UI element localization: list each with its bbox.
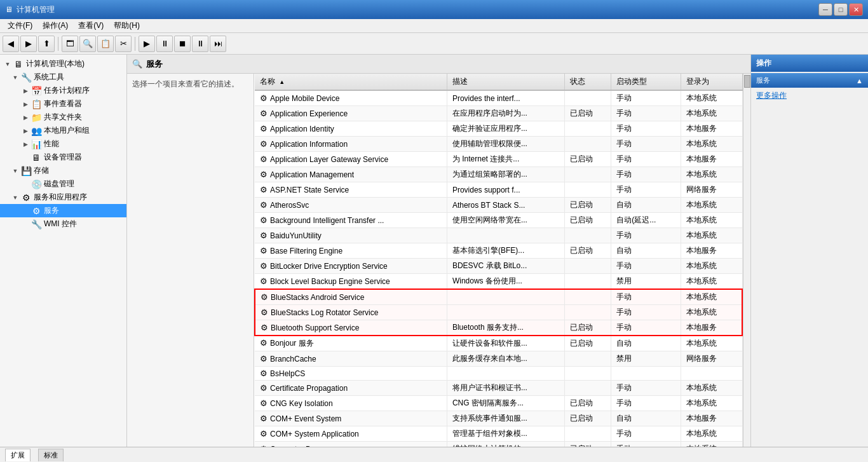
- menu-file[interactable]: 文件(F): [3, 19, 37, 32]
- status-tab-extended[interactable]: 扩展: [5, 449, 31, 461]
- up-button[interactable]: ⬆: [38, 36, 55, 52]
- status-tab-standard[interactable]: 标准: [38, 449, 64, 461]
- service-startup-cell: 自动(延迟...: [611, 213, 681, 228]
- sidebar-label-system-tools: 系统工具: [34, 72, 64, 83]
- sidebar-item-services-apps[interactable]: ▼ ⚙ 服务和应用程序: [0, 191, 126, 204]
- table-header-row: 名称 ▲ 描述 状态 启动类型 登录为: [255, 74, 742, 90]
- service-logon-cell: 本地服务: [681, 243, 742, 259]
- scrollbar-thumb[interactable]: [744, 75, 750, 88]
- service-name-text: Apple Mobile Device: [270, 94, 339, 103]
- service-status-cell: 已启动: [565, 442, 611, 447]
- services-table-container[interactable]: 名称 ▲ 描述 状态 启动类型 登录为 ⚙Apple Mobile Device…: [254, 74, 743, 447]
- table-row[interactable]: ⚙BaiduYunUtility手动本地系统: [255, 228, 742, 243]
- computer-icon: 🖥: [13, 59, 24, 69]
- right-panel-item-more-actions[interactable]: 更多操作: [751, 88, 868, 104]
- table-row[interactable]: ⚙Background Intelligent Transfer ...使用空闲…: [255, 213, 742, 228]
- service-name-text: COM+ System Application: [270, 430, 359, 438]
- wmi-icon: 🔧: [31, 219, 42, 229]
- service-name-text: Background Intelligent Transfer ...: [270, 216, 384, 225]
- table-row[interactable]: ⚙COM+ Event System支持系统事件通知服...已启动自动本地服务: [255, 411, 742, 426]
- cut-button[interactable]: ✂: [115, 36, 132, 52]
- table-row[interactable]: ⚙Computer Browser维护网络上计算机的...已启动手动本地系统: [255, 442, 742, 447]
- service-logon-cell: 本地系统: [681, 259, 742, 274]
- menu-view[interactable]: 查看(V): [73, 19, 109, 32]
- service-desc-cell: Bluetooth 服务支持...: [447, 320, 565, 336]
- table-row[interactable]: ⚙Application Information使用辅助管理权限便...手动本地…: [255, 137, 742, 152]
- table-row[interactable]: ⚙AtherosSvcAtheros BT Stack S...已启动自动本地系…: [255, 198, 742, 213]
- sidebar-item-event-viewer[interactable]: ▶ 📋 事件查看器: [0, 97, 126, 111]
- sidebar-item-local-users[interactable]: ▶ 👥 本地用户和组: [0, 124, 126, 137]
- col-header-logon[interactable]: 登录为: [681, 74, 742, 90]
- copy-button[interactable]: 📋: [97, 36, 114, 52]
- sidebar-item-disk-management[interactable]: 💿 磁盘管理: [0, 177, 126, 191]
- service-desc-cell: Provides the interf...: [447, 90, 565, 106]
- service-status-cell: [565, 121, 611, 137]
- browse-button[interactable]: 🔍: [79, 36, 96, 52]
- left-description-text: 选择一个项目来查看它的描述。: [132, 79, 239, 88]
- device-manager-icon: 🖥: [31, 153, 42, 163]
- table-row[interactable]: ⚙Application Identity确定并验证应用程序...手动本地服务: [255, 121, 742, 137]
- service-desc-cell: 支持系统事件通知服...: [447, 411, 565, 426]
- sidebar-item-computer[interactable]: ▼ 🖥 计算机管理(本地): [0, 57, 126, 71]
- table-row[interactable]: ⚙Block Level Backup Engine ServiceWindow…: [255, 274, 742, 290]
- service-startup-cell: 自动: [611, 243, 681, 259]
- service-status-cell: 已启动: [565, 336, 611, 351]
- col-header-startup[interactable]: 启动类型: [611, 74, 681, 90]
- col-header-name[interactable]: 名称 ▲: [255, 74, 447, 90]
- sidebar-item-storage[interactable]: ▼ 💾 存储: [0, 164, 126, 177]
- sidebar-item-performance[interactable]: ▶ 📊 性能: [0, 137, 126, 151]
- table-row[interactable]: ⚙CNG Key IsolationCNG 密钥隔离服务...已启动手动本地系统: [255, 396, 742, 411]
- table-row[interactable]: ⚙BsHelpCS: [255, 367, 742, 381]
- sidebar-label-wmi: WMI 控件: [44, 219, 77, 229]
- sidebar-item-shared-folders[interactable]: ▶ 📁 共享文件夹: [0, 111, 126, 124]
- table-row[interactable]: ⚙Bluetooth Support ServiceBluetooth 服务支持…: [255, 320, 742, 336]
- sidebar-item-system-tools[interactable]: ▼ 🔧 系统工具: [0, 71, 126, 84]
- restore-button[interactable]: □: [834, 3, 848, 16]
- table-row[interactable]: ⚙ASP.NET State ServiceProvides support f…: [255, 182, 742, 198]
- minimize-button[interactable]: ─: [818, 3, 832, 16]
- pause-button[interactable]: ⏸: [156, 36, 173, 52]
- table-row[interactable]: ⚙Application Management为通过组策略部署的...手动本地系…: [255, 167, 742, 182]
- col-header-status[interactable]: 状态: [565, 74, 611, 90]
- sidebar-item-wmi[interactable]: 🔧 WMI 控件: [0, 217, 126, 231]
- table-row[interactable]: ⚙BlueStacks Android Service手动本地系统: [255, 289, 742, 305]
- close-button[interactable]: ✕: [849, 3, 863, 16]
- table-row[interactable]: ⚙Apple Mobile DeviceProvides the interf.…: [255, 90, 742, 106]
- scrollbar-track[interactable]: [743, 74, 750, 447]
- show-hide-button[interactable]: 🗔: [62, 36, 78, 52]
- service-status-cell: [565, 182, 611, 198]
- sidebar-item-services[interactable]: ⚙ 服务: [0, 204, 126, 217]
- service-status-cell: [565, 426, 611, 442]
- table-row[interactable]: ⚙BranchCache此服务缓存来自本地...禁用网络服务: [255, 351, 742, 367]
- table-row[interactable]: ⚙Application Layer Gateway Service为 Inte…: [255, 152, 742, 167]
- table-row[interactable]: ⚙COM+ System Application管理基于组件对象模...手动本地…: [255, 426, 742, 442]
- service-logon-cell: 本地系统: [681, 198, 742, 213]
- sidebar-item-device-manager[interactable]: 🖥 设备管理器: [0, 151, 126, 164]
- table-row[interactable]: ⚙BitLocker Drive Encryption ServiceBDESV…: [255, 259, 742, 274]
- service-desc-cell: 使用空闲网络带宽在...: [447, 213, 565, 228]
- table-row[interactable]: ⚙Application Experience在应用程序启动时为...已启动手动…: [255, 106, 742, 121]
- forward-button[interactable]: ▶: [20, 36, 37, 52]
- disk-management-icon: 💿: [31, 179, 42, 189]
- start-button[interactable]: ▶: [139, 36, 155, 52]
- restart-button[interactable]: ⏭: [210, 36, 226, 52]
- service-icon: ⚙: [260, 124, 268, 133]
- menu-action[interactable]: 操作(A): [37, 19, 73, 32]
- sidebar-item-task-scheduler[interactable]: ▶ 📅 任务计划程序: [0, 84, 126, 97]
- back-button[interactable]: ◀: [3, 36, 19, 52]
- service-logon-cell: [681, 367, 742, 381]
- service-name-cell: ⚙Block Level Backup Engine Service: [255, 274, 447, 290]
- service-icon: ⚙: [260, 154, 268, 164]
- service-name-cell: ⚙Application Information: [255, 137, 447, 152]
- pause2-button[interactable]: ⏸: [192, 36, 208, 52]
- menu-help[interactable]: 帮助(H): [109, 19, 145, 32]
- stop-button[interactable]: ⏹: [174, 36, 191, 52]
- table-row[interactable]: ⚙Base Filtering Engine基本筛选引擎(BFE)...已启动自…: [255, 243, 742, 259]
- service-startup-cell: 手动: [611, 167, 681, 182]
- table-row[interactable]: ⚙Certificate Propagation将用户证书和根证书...手动本地…: [255, 381, 742, 396]
- table-row[interactable]: ⚙BlueStacks Log Rotator Service手动本地系统: [255, 305, 742, 320]
- service-desc-cell: [447, 228, 565, 243]
- table-row[interactable]: ⚙Bonjour 服务让硬件设备和软件服...已启动自动本地系统: [255, 336, 742, 351]
- right-panel-section-services[interactable]: 服务 ▲: [751, 73, 868, 88]
- col-header-desc[interactable]: 描述: [447, 74, 565, 90]
